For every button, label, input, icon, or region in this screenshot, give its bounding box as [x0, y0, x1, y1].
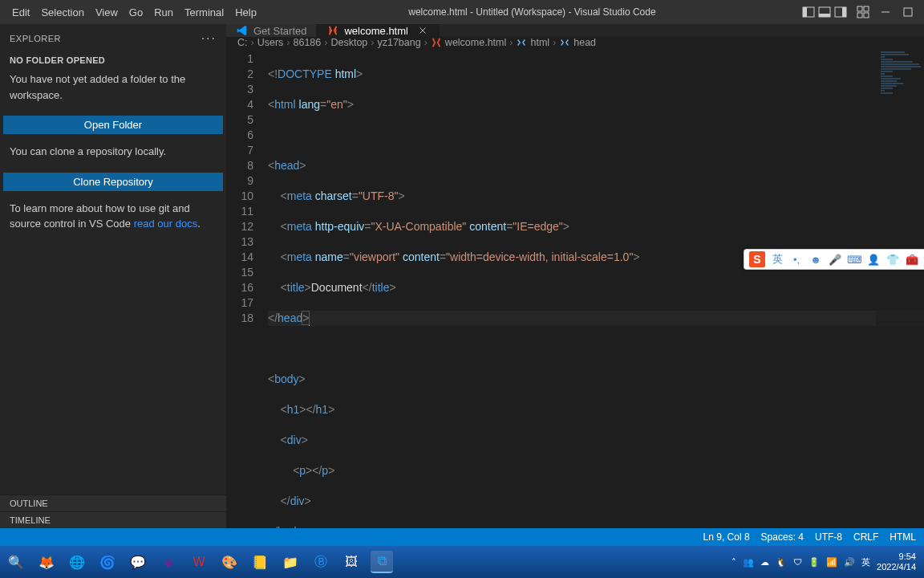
svg-rect-8 — [857, 13, 862, 18]
docs-text: To learn more about how to use git and s… — [10, 201, 217, 232]
code-editor[interactable]: 123456789101112131415161718 <!DOCTYPE ht… — [226, 48, 924, 578]
minimap[interactable] — [876, 48, 924, 578]
status-encoding[interactable]: UTF-8 — [815, 531, 842, 543]
tab-get-started[interactable]: Get Started — [226, 24, 317, 37]
maximize-icon[interactable] — [902, 6, 914, 18]
timeline-panel[interactable]: TIMELINE — [0, 511, 226, 528]
svg-rect-11 — [904, 8, 912, 16]
breadcrumb-item[interactable]: Desktop — [330, 37, 367, 48]
open-folder-button[interactable]: Open Folder — [3, 116, 223, 134]
svg-rect-7 — [864, 6, 869, 11]
html-file-icon — [326, 24, 339, 37]
taskbar-edge-icon[interactable]: 🌀 — [96, 551, 119, 573]
breadcrumb-item[interactable]: html — [516, 37, 549, 48]
ime-toolbox-icon[interactable]: 🧰 — [905, 254, 919, 266]
tab-welcome-html[interactable]: welcome.html — [317, 24, 439, 37]
outline-panel[interactable]: OUTLINE — [0, 495, 226, 511]
taskbar-chrome-icon[interactable]: 🌐 — [66, 551, 88, 573]
status-cursor-pos[interactable]: Ln 9, Col 8 — [703, 531, 750, 543]
close-tab-icon[interactable] — [416, 24, 429, 37]
tab-bar: Get Started welcome.html — [226, 24, 924, 37]
status-language[interactable]: HTML — [890, 531, 916, 543]
taskbar-app2-icon[interactable]: 🖼 — [340, 551, 363, 573]
clone-repository-button[interactable]: Clone Repository — [3, 173, 223, 191]
ime-lang[interactable]: 英 — [770, 252, 784, 267]
no-folder-text: You have not yet added a folder to the w… — [10, 71, 217, 103]
breadcrumb-item[interactable]: 86186 — [294, 37, 322, 48]
ime-keyboard-icon[interactable]: ⌨ — [847, 254, 861, 266]
ime-skin-icon[interactable]: 👕 — [886, 254, 900, 266]
menu-run[interactable]: Run — [148, 3, 179, 22]
tray-onedrive-icon[interactable]: ☁ — [760, 557, 769, 568]
menu-view[interactable]: View — [90, 3, 124, 22]
taskbar-wechat-icon[interactable]: 💬 — [127, 551, 149, 573]
taskbar-vs-icon[interactable]: ◆ — [157, 551, 180, 573]
explorer-label: EXPLORER — [10, 34, 61, 43]
window-title: welcome.html - Untitled (Workspace) - Vi… — [262, 6, 802, 18]
breadcrumb-item[interactable]: head — [559, 37, 596, 48]
taskbar-search-icon[interactable]: 🔍 — [5, 551, 27, 573]
tray-security-icon[interactable]: 🛡 — [793, 557, 802, 567]
ime-toolbar[interactable]: S 英 •, ☻ 🎤 ⌨ 👤 👕 🧰 — [744, 249, 924, 270]
menu-go[interactable]: Go — [124, 3, 148, 22]
svg-rect-6 — [857, 6, 862, 11]
code-content[interactable]: <!DOCTYPE html> <html lang="en"> <head> … — [268, 48, 924, 578]
read-docs-link[interactable]: read our docs — [134, 218, 198, 230]
tray-ime-icon[interactable]: 英 — [861, 556, 870, 568]
menu-edit[interactable]: Edit — [6, 3, 35, 22]
status-spaces[interactable]: Spaces: 4 — [761, 531, 804, 543]
tray-battery-icon[interactable]: 🔋 — [808, 557, 820, 568]
tray-wifi-icon[interactable]: 📶 — [826, 557, 837, 568]
tray-people-icon[interactable]: 👥 — [743, 557, 754, 568]
vscode-icon — [236, 24, 249, 37]
tray-penguin-icon[interactable]: 🐧 — [776, 557, 787, 568]
windows-taskbar: 🔍 🦊 🌐 🌀 💬 ◆ W 🎨 📒 📁 Ⓑ 🖼 ⧉ ˄ 👥 ☁ 🐧 🛡 🔋 📶 … — [0, 546, 924, 578]
taskbar-clock[interactable]: 9:54 2022/4/14 — [877, 552, 919, 572]
tab-label: Get Started — [253, 25, 306, 37]
minimize-icon[interactable] — [879, 6, 892, 18]
status-eol[interactable]: CRLF — [853, 531, 878, 543]
ime-voice-icon[interactable]: 🎤 — [828, 254, 842, 266]
ime-user-icon[interactable]: 👤 — [866, 254, 881, 266]
menu-bar: Edit Selection View Go Run Terminal Help… — [0, 0, 924, 24]
taskbar-firefox-icon[interactable]: 🦊 — [35, 551, 58, 573]
menu-help[interactable]: Help — [229, 3, 262, 22]
breadcrumb-item[interactable]: yz17bang — [377, 37, 420, 48]
taskbar-wps-icon[interactable]: W — [188, 551, 210, 573]
svg-rect-3 — [819, 14, 830, 17]
taskbar-vscode-icon[interactable]: ⧉ — [371, 551, 393, 573]
svg-rect-1 — [803, 7, 807, 17]
menu-terminal[interactable]: Terminal — [179, 3, 229, 22]
line-number-gutter: 123456789101112131415161718 — [226, 48, 268, 578]
breadcrumb-item[interactable]: Users — [257, 37, 284, 48]
ime-punct-icon[interactable]: •, — [789, 254, 804, 266]
taskbar-app-icon[interactable]: Ⓑ — [310, 551, 332, 573]
sidebar-explorer: EXPLORER ··· NO FOLDER OPENED You have n… — [0, 24, 226, 528]
breadcrumb[interactable]: C:› Users› 86186› Desktop› yz17bang› wel… — [226, 37, 924, 48]
no-folder-section-title[interactable]: NO FOLDER OPENED — [0, 52, 226, 71]
breadcrumb-item[interactable]: C: — [237, 37, 248, 48]
tray-volume-icon[interactable]: 🔊 — [844, 557, 855, 568]
status-bar: Ln 9, Col 8 Spaces: 4 UTF-8 CRLF HTML — [0, 528, 924, 546]
taskbar-paint-icon[interactable]: 🎨 — [218, 551, 241, 573]
layout-controls[interactable] — [802, 6, 847, 18]
editor-area: Get Started welcome.html C:› Users› 8618… — [226, 24, 924, 528]
tray-chevron-icon[interactable]: ˄ — [732, 557, 736, 568]
svg-rect-5 — [842, 7, 846, 17]
sogou-logo-icon[interactable]: S — [749, 251, 765, 267]
explorer-more-icon[interactable]: ··· — [201, 31, 217, 46]
svg-rect-9 — [864, 13, 869, 18]
clone-hint: You can clone a repository locally. — [10, 144, 217, 160]
ime-emoji-icon[interactable]: ☻ — [808, 254, 823, 266]
taskbar-explorer-icon[interactable]: 📁 — [279, 551, 302, 573]
taskbar-notes-icon[interactable]: 📒 — [249, 551, 271, 573]
customize-layout-icon[interactable] — [857, 6, 869, 18]
tab-label: welcome.html — [344, 25, 407, 37]
breadcrumb-item[interactable]: welcome.html — [431, 37, 506, 48]
menu-selection[interactable]: Selection — [35, 3, 89, 22]
